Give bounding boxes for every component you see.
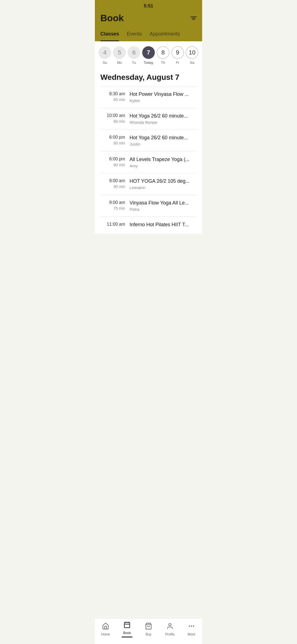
class-item-3[interactable]: 6:00 pm60 minAll Levels Trapeze Yoga (..… bbox=[100, 151, 197, 173]
class-instructor: Kylee bbox=[130, 98, 197, 103]
class-time: 8:30 am60 min bbox=[100, 91, 125, 102]
calendar-day-6[interactable]: 6Tu bbox=[127, 46, 141, 65]
class-name: HOT YOGA 26/2 105 deg... bbox=[130, 178, 197, 184]
date-heading: Wednesday, August 7 bbox=[95, 67, 202, 86]
nav-item-buy[interactable]: Buy bbox=[140, 623, 157, 636]
class-instructor: Amy bbox=[130, 163, 197, 168]
class-time-main: 10:00 am bbox=[100, 113, 125, 118]
class-item-6[interactable]: 11:00 amInferno Hot Pilates HIIT T... bbox=[100, 217, 197, 234]
class-item-5[interactable]: 9:00 am75 minVinyasa Flow Yoga All Le...… bbox=[100, 195, 197, 217]
calendar-day-4[interactable]: 4Su bbox=[98, 46, 111, 65]
page-title: Book bbox=[100, 13, 124, 23]
class-time: 10:00 am60 min bbox=[100, 113, 125, 124]
class-time-main: 6:00 pm bbox=[100, 157, 125, 162]
svg-rect-0 bbox=[124, 622, 130, 628]
class-time-main: 9:00 am bbox=[100, 200, 125, 205]
class-time: 6:00 pm60 min bbox=[100, 135, 125, 145]
day-number: 6 bbox=[128, 46, 140, 59]
day-number: 4 bbox=[98, 46, 111, 59]
calendar-day-8[interactable]: 8Th bbox=[156, 46, 170, 65]
tab-appointments[interactable]: Appointments bbox=[150, 28, 180, 41]
nav-label-profile: Profile bbox=[165, 632, 175, 636]
class-time-main: 11:00 am bbox=[100, 222, 125, 227]
class-info: Hot Yoga 26/2 60 minute...Justin bbox=[130, 135, 197, 146]
class-name: Hot Yoga 26/2 60 minute... bbox=[130, 135, 197, 141]
day-label: Su bbox=[103, 61, 107, 65]
tab-events[interactable]: Events bbox=[127, 28, 142, 41]
day-label: Today bbox=[144, 61, 153, 65]
calendar-day-10[interactable]: 10Sa bbox=[185, 46, 199, 65]
class-info: HOT YOGA 26/2 105 deg...Leesann bbox=[130, 178, 197, 190]
nav-label-book: Book bbox=[123, 631, 131, 635]
book-icon bbox=[123, 621, 131, 630]
class-instructor: Petra bbox=[130, 207, 197, 212]
class-time-main: 6:00 pm bbox=[100, 135, 125, 140]
day-number: 9 bbox=[171, 46, 184, 59]
profile-icon bbox=[166, 623, 174, 631]
class-time: 11:00 am bbox=[100, 222, 125, 228]
day-label: Mo bbox=[117, 61, 122, 65]
nav-item-book[interactable]: Book bbox=[119, 621, 135, 637]
class-info: Hot Power Vinyasa Flow ...Kylee bbox=[130, 91, 197, 103]
tab-classes[interactable]: Classes bbox=[100, 28, 119, 41]
class-duration: 60 min bbox=[100, 163, 125, 167]
day-number: 5 bbox=[113, 46, 126, 59]
class-name: Hot Power Vinyasa Flow ... bbox=[130, 91, 197, 97]
svg-point-6 bbox=[189, 625, 190, 626]
class-item-4[interactable]: 9:00 am90 minHOT YOGA 26/2 105 deg...Lee… bbox=[100, 173, 197, 195]
class-instructor: Leesann bbox=[130, 185, 197, 190]
day-label: Th bbox=[161, 61, 165, 65]
class-time-main: 8:30 am bbox=[100, 91, 125, 96]
calendar-day-7[interactable]: 7Today bbox=[142, 46, 155, 65]
class-info: Inferno Hot Pilates HIIT T... bbox=[130, 222, 197, 229]
day-number: 10 bbox=[186, 46, 198, 59]
class-time-main: 9:00 am bbox=[100, 178, 125, 183]
class-item-0[interactable]: 8:30 am60 minHot Power Vinyasa Flow ...K… bbox=[100, 86, 197, 108]
tab-bar: Classes Events Appointments bbox=[95, 28, 202, 41]
class-list: 8:30 am60 minHot Power Vinyasa Flow ...K… bbox=[95, 86, 202, 234]
class-time: 9:00 am75 min bbox=[100, 200, 125, 211]
bottom-nav: HomeBookBuyProfileMore bbox=[95, 618, 202, 644]
class-name: Vinyasa Flow Yoga All Le... bbox=[130, 200, 197, 206]
class-duration: 75 min bbox=[100, 206, 125, 211]
day-label: Fr bbox=[176, 61, 179, 65]
filter-icon-line2 bbox=[191, 18, 196, 18]
more-icon bbox=[188, 623, 195, 631]
header: Book bbox=[95, 10, 202, 28]
status-bar: 5:51 bbox=[95, 0, 202, 10]
class-duration: 60 min bbox=[100, 141, 125, 145]
filter-icon-line3 bbox=[192, 19, 195, 20]
class-time: 6:00 pm60 min bbox=[100, 157, 125, 167]
day-label: Tu bbox=[132, 61, 136, 65]
status-time: 5:51 bbox=[144, 3, 153, 9]
svg-point-5 bbox=[169, 623, 171, 626]
class-info: Vinyasa Flow Yoga All Le...Petra bbox=[130, 200, 197, 212]
class-time: 9:00 am90 min bbox=[100, 178, 125, 189]
nav-label-more: More bbox=[188, 632, 195, 636]
class-instructor: Rhonda Renee bbox=[130, 120, 197, 125]
filter-button[interactable] bbox=[191, 17, 197, 20]
filter-icon-line1 bbox=[191, 17, 197, 17]
class-info: Hot Yoga 26/2 60 minute...Rhonda Renee bbox=[130, 113, 197, 125]
class-name: Hot Yoga 26/2 60 minute... bbox=[130, 113, 197, 119]
main-content: 4Su5Mo6Tu7Today8Th9Fr10Sa Wednesday, Aug… bbox=[95, 41, 202, 261]
class-duration: 60 min bbox=[100, 119, 125, 124]
nav-item-more[interactable]: More bbox=[183, 623, 200, 636]
class-instructor: Justin bbox=[130, 142, 197, 146]
calendar-day-5[interactable]: 5Mo bbox=[113, 46, 126, 65]
day-number: 7 bbox=[142, 46, 155, 59]
nav-item-home[interactable]: Home bbox=[97, 623, 114, 636]
nav-label-home: Home bbox=[101, 632, 110, 636]
nav-label-buy: Buy bbox=[146, 632, 152, 636]
class-name: Inferno Hot Pilates HIIT T... bbox=[130, 222, 197, 228]
class-duration: 90 min bbox=[100, 184, 125, 189]
class-duration: 60 min bbox=[100, 97, 125, 102]
day-label: Sa bbox=[190, 61, 194, 65]
class-item-1[interactable]: 10:00 am60 minHot Yoga 26/2 60 minute...… bbox=[100, 108, 197, 130]
calendar-strip: 4Su5Mo6Tu7Today8Th9Fr10Sa bbox=[95, 41, 202, 67]
calendar-day-9[interactable]: 9Fr bbox=[171, 46, 184, 65]
day-number: 8 bbox=[157, 46, 169, 59]
class-item-2[interactable]: 6:00 pm60 minHot Yoga 26/2 60 minute...J… bbox=[100, 130, 197, 151]
nav-item-profile[interactable]: Profile bbox=[162, 623, 178, 636]
buy-icon bbox=[145, 623, 152, 631]
